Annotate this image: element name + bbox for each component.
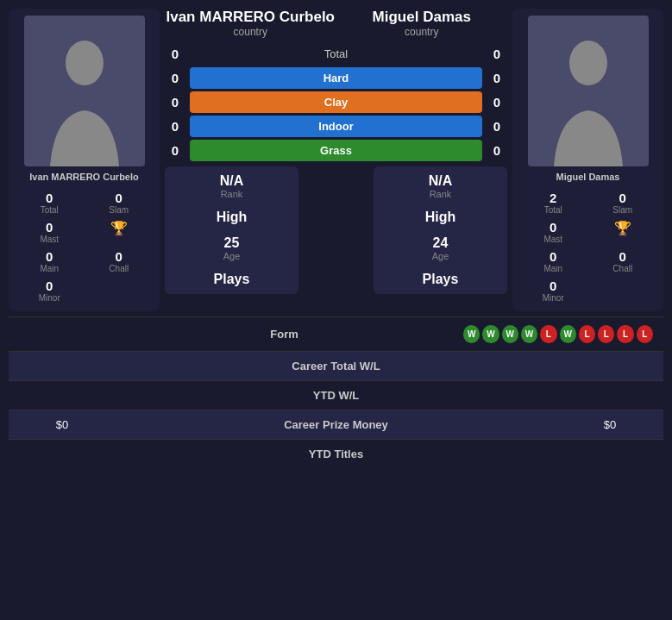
right-rank-item: N/A Rank — [380, 173, 500, 199]
left-stat-chall: 0 Chall — [85, 247, 154, 275]
left-trophy-icon: 🏆 — [110, 220, 128, 236]
career-total-row: Career Total W/L — [9, 351, 663, 380]
form-badge-2: W — [502, 325, 518, 343]
form-badge-8: L — [617, 325, 633, 343]
form-badge-7: L — [598, 325, 614, 343]
score-row-hard: 0 Hard 0 — [165, 67, 507, 89]
right-stat-chall: 0 Chall — [589, 247, 657, 275]
score-row-indoor: 0 Indoor 0 — [165, 116, 507, 137]
form-badge-0: W — [463, 325, 480, 343]
right-player-avatar — [528, 16, 649, 166]
right-plays-item: Plays — [380, 272, 500, 287]
ytd-wl-label: YTD W/L — [105, 389, 567, 402]
left-stat-main: 0 Main — [16, 247, 84, 275]
left-name-header: Ivan MARRERO Curbelo country — [165, 9, 336, 38]
form-row: Form W W W W L W L L L L — [9, 316, 663, 351]
right-player-card: Miguel Damas 2 Total 0 Slam 0 Mast 🏆 — [512, 9, 663, 311]
left-player-name: Ivan MARRERO Curbelo — [29, 172, 139, 182]
left-rank-item: N/A Rank — [172, 173, 292, 199]
left-player-card: Ivan MARRERO Curbelo 0 Total 0 Slam 0 Ma… — [9, 9, 160, 311]
right-trophy-icon-cell: 🏆 — [589, 218, 657, 246]
left-trophy-icon-cell: 🏆 — [85, 218, 154, 246]
center-column: Ivan MARRERO Curbelo country Miguel Dama… — [165, 9, 507, 311]
bottom-section: Form W W W W L W L L L L Career Total W/… — [9, 316, 663, 468]
ytd-titles-row: YTD Titles — [9, 439, 663, 468]
form-badge-1: W — [482, 325, 499, 343]
left-player-stats: 0 Total 0 Slam 0 Mast 🏆 0 Main — [16, 189, 153, 304]
score-row-clay: 0 Clay 0 — [165, 91, 507, 113]
score-row-grass: 0 Grass 0 — [165, 140, 507, 161]
right-name-header: Miguel Damas country — [336, 9, 508, 38]
right-mid-card: N/A Rank High 24 Age Plays — [374, 166, 507, 294]
mid-stats-row: N/A Rank High 25 Age Plays — [165, 166, 507, 294]
form-badge-6: L — [579, 325, 595, 343]
left-stat-mast: 0 Mast — [16, 218, 84, 246]
top-area: Ivan MARRERO Curbelo 0 Total 0 Slam 0 Ma… — [9, 9, 663, 311]
score-row-total: 0 Total 0 — [165, 43, 507, 65]
left-mid-card: N/A Rank High 25 Age Plays — [165, 166, 298, 294]
right-stat-slam: 0 Slam — [589, 189, 657, 216]
form-label: Form — [105, 328, 463, 341]
right-stat-main: 0 Main — [519, 247, 587, 275]
svg-point-0 — [66, 41, 104, 85]
prize-money-right: $0 — [567, 418, 653, 431]
prize-money-row: $0 Career Prize Money $0 — [9, 410, 663, 439]
left-age-item: 25 Age — [172, 235, 292, 261]
career-total-label: Career Total W/L — [105, 360, 567, 373]
left-stat-slam: 0 Slam — [85, 189, 154, 216]
form-badge-4: L — [540, 325, 556, 343]
right-stat-mast: 0 Mast — [519, 218, 587, 246]
right-player-stats: 2 Total 0 Slam 0 Mast 🏆 0 Main — [519, 189, 656, 304]
left-plays-item: Plays — [172, 272, 292, 287]
right-stat-total: 2 Total — [519, 189, 587, 216]
form-badge-3: W — [521, 325, 537, 343]
right-stat-minor: 0 Minor — [519, 277, 587, 304]
form-badge-5: W — [560, 325, 576, 343]
left-stat-total: 0 Total — [16, 189, 84, 216]
ytd-wl-row: YTD W/L — [9, 380, 663, 410]
svg-point-1 — [569, 41, 607, 85]
scores-block: 0 Total 0 0 Hard 0 0 Clay 0 0 Indoor — [165, 43, 507, 161]
right-trophy-icon: 🏆 — [614, 220, 631, 236]
form-badge-9: L — [637, 325, 653, 343]
left-high-item: High — [172, 210, 292, 225]
mid-center-spacer — [304, 166, 368, 294]
form-badges: W W W W L W L L L L — [463, 325, 653, 343]
right-high-item: High — [380, 210, 500, 225]
right-age-item: 24 Age — [380, 235, 500, 261]
prize-money-label: Career Prize Money — [105, 418, 567, 431]
left-stat-minor: 0 Minor — [16, 277, 84, 304]
ytd-titles-label: YTD Titles — [105, 448, 567, 460]
left-player-avatar — [24, 16, 145, 166]
right-player-name: Miguel Damas — [556, 172, 620, 182]
names-row: Ivan MARRERO Curbelo country Miguel Dama… — [165, 9, 507, 38]
page: Ivan MARRERO Curbelo 0 Total 0 Slam 0 Ma… — [0, 0, 672, 620]
prize-money-left: $0 — [19, 418, 105, 431]
